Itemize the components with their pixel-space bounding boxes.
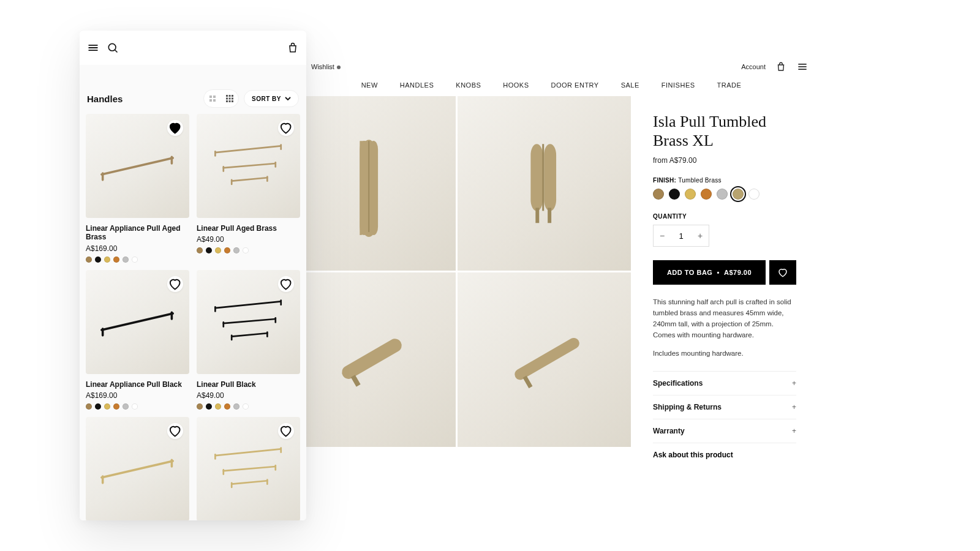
- product-gallery: [282, 96, 631, 467]
- product-card[interactable]: Linear Appliance Pull Black A$169.00: [86, 270, 189, 410]
- account-link[interactable]: Account: [741, 63, 766, 70]
- finish-swatch[interactable]: [748, 189, 760, 200]
- swatch-dot[interactable]: [215, 247, 221, 253]
- svg-line-61: [102, 461, 173, 478]
- mobile-listing-view: Handles SORT BY Linear Appliance Pull Ag…: [80, 31, 306, 520]
- swatch-dot[interactable]: [206, 247, 212, 253]
- product-swatches: [197, 247, 300, 253]
- swatch-dot[interactable]: [233, 403, 239, 410]
- finish-label: FINISH: Tumbled Brass: [653, 177, 796, 184]
- mobile-header: [80, 31, 306, 65]
- product-card[interactable]: [86, 417, 189, 520]
- finish-swatch[interactable]: [685, 189, 696, 200]
- desktop-product-page: Wishlist Account NEW HANDLES KNOBS HOOKS…: [282, 58, 821, 467]
- gallery-image[interactable]: [282, 272, 456, 447]
- accordion-item[interactable]: Warranty+: [653, 419, 796, 443]
- nav-item[interactable]: HOOKS: [503, 81, 529, 89]
- search-icon[interactable]: [107, 42, 119, 54]
- swatch-dot[interactable]: [224, 403, 230, 410]
- wishlist-toggle[interactable]: [167, 276, 183, 292]
- qty-decrease-button[interactable]: −: [654, 225, 671, 246]
- nav-item[interactable]: NEW: [361, 81, 378, 89]
- svg-rect-36: [232, 100, 233, 102]
- nav-item[interactable]: KNOBS: [456, 81, 481, 89]
- swatch-dot[interactable]: [233, 247, 239, 253]
- swatch-dot[interactable]: [206, 403, 212, 410]
- svg-rect-16: [350, 375, 360, 386]
- add-to-bag-button[interactable]: ADD TO BAG • A$79.00: [653, 260, 766, 285]
- svg-rect-25: [213, 96, 216, 98]
- svg-rect-10: [530, 144, 543, 211]
- svg-rect-8: [369, 141, 377, 232]
- site-utility-bar: Wishlist Account: [282, 58, 821, 75]
- nav-item[interactable]: TRADE: [717, 81, 742, 89]
- gallery-image[interactable]: [282, 96, 456, 271]
- wishlist-toggle[interactable]: [278, 276, 294, 292]
- product-card[interactable]: Linear Pull Aged Brass A$49.00: [197, 114, 300, 263]
- sort-button[interactable]: SORT BY: [244, 90, 299, 107]
- menu-icon[interactable]: [796, 61, 809, 73]
- swatch-dot[interactable]: [243, 403, 249, 410]
- wishlist-toggle[interactable]: [167, 120, 183, 136]
- swatch-dot[interactable]: [243, 247, 249, 253]
- swatch-dot[interactable]: [224, 247, 230, 253]
- product-card[interactable]: Linear Appliance Pull Aged Brass A$169.0…: [86, 114, 189, 263]
- menu-icon[interactable]: [87, 42, 99, 54]
- svg-rect-27: [213, 99, 216, 102]
- swatch-dot[interactable]: [104, 403, 110, 410]
- product-description: This stunning half arch pull is crafted …: [653, 297, 796, 340]
- wishlist-toggle[interactable]: [278, 120, 294, 136]
- wishlist-toggle[interactable]: [278, 423, 294, 439]
- swatch-dot[interactable]: [113, 257, 119, 263]
- wishlist-toggle[interactable]: [167, 423, 183, 439]
- swatch-dot[interactable]: [104, 257, 110, 263]
- svg-rect-31: [226, 98, 228, 100]
- accordion-item[interactable]: Shipping & Returns+: [653, 395, 796, 419]
- finish-swatch[interactable]: [653, 189, 664, 200]
- accordion-item[interactable]: Specifications+: [653, 372, 796, 395]
- finish-swatch[interactable]: [701, 189, 712, 200]
- heart-icon: [279, 424, 293, 438]
- swatch-dot[interactable]: [123, 257, 129, 263]
- view-2col-button[interactable]: [204, 90, 221, 107]
- swatch-dot[interactable]: [197, 403, 203, 410]
- svg-line-40: [216, 146, 281, 152]
- swatch-dot[interactable]: [132, 257, 138, 263]
- bag-icon[interactable]: [775, 61, 786, 72]
- view-3col-button[interactable]: [221, 90, 238, 107]
- nav-item[interactable]: FINISHES: [662, 81, 695, 89]
- swatch-dot[interactable]: [95, 403, 101, 410]
- swatch-dot[interactable]: [113, 403, 119, 410]
- svg-rect-14: [548, 208, 551, 223]
- wishlist-link[interactable]: Wishlist: [311, 63, 341, 70]
- gallery-image[interactable]: [458, 96, 631, 271]
- ask-about-product-link[interactable]: Ask about this product: [653, 443, 796, 467]
- swatch-dot[interactable]: [95, 257, 101, 263]
- product-grid: Linear Appliance Pull Aged Brass A$169.0…: [80, 114, 306, 520]
- plus-icon: +: [792, 379, 796, 388]
- svg-point-22: [108, 43, 116, 51]
- swatch-dot[interactable]: [123, 403, 129, 410]
- wishlist-button[interactable]: [769, 260, 796, 285]
- product-card[interactable]: [197, 417, 300, 520]
- nav-item[interactable]: DOOR ENTRY: [551, 81, 599, 89]
- gallery-image[interactable]: [458, 272, 631, 447]
- swatch-dot[interactable]: [215, 403, 221, 410]
- swatch-dot[interactable]: [86, 257, 92, 263]
- finish-swatch[interactable]: [717, 189, 728, 200]
- heart-icon: [777, 267, 788, 278]
- finish-swatch[interactable]: [733, 189, 744, 200]
- bag-icon[interactable]: [287, 42, 299, 54]
- swatch-dot[interactable]: [86, 403, 92, 410]
- swatch-dot[interactable]: [197, 247, 203, 253]
- swatch-dot[interactable]: [132, 403, 138, 410]
- product-card[interactable]: Linear Pull Black A$49.00: [197, 270, 300, 410]
- nav-item[interactable]: SALE: [621, 81, 639, 89]
- product-name: Linear Appliance Pull Black: [86, 380, 189, 389]
- svg-line-58: [232, 334, 268, 337]
- finish-swatch[interactable]: [669, 189, 680, 200]
- heart-icon: [168, 277, 182, 291]
- qty-increase-button[interactable]: +: [692, 225, 709, 246]
- nav-item[interactable]: HANDLES: [400, 81, 434, 89]
- svg-line-49: [102, 313, 173, 330]
